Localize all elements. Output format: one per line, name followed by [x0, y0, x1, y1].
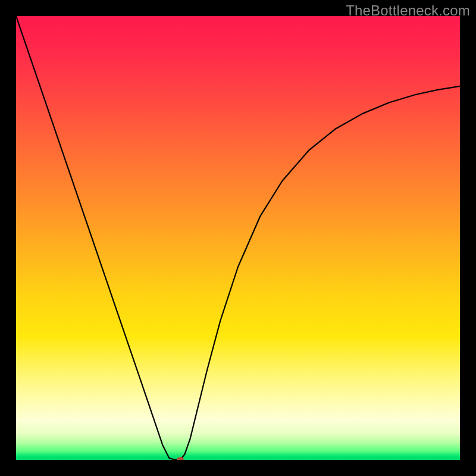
- chart-frame: TheBottleneck.com: [0, 0, 476, 476]
- chart-background-gradient: [16, 16, 460, 460]
